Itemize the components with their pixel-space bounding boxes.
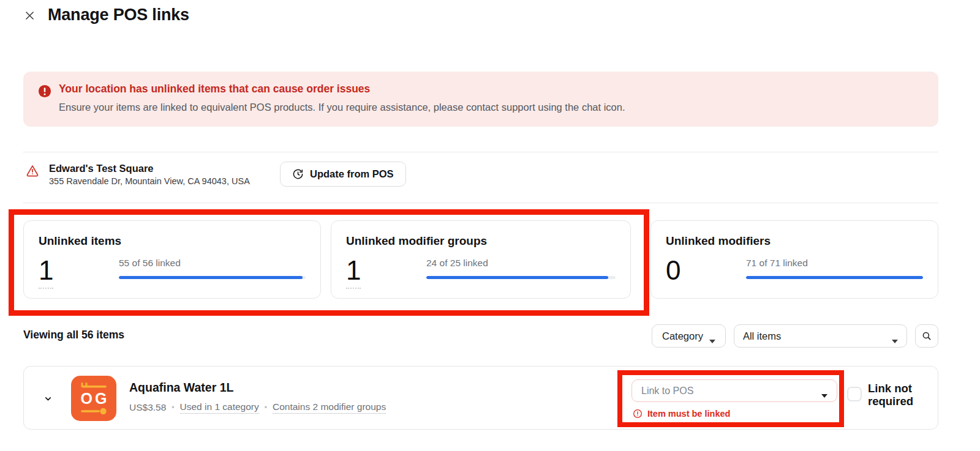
divider xyxy=(23,203,938,203)
link-to-pos-placeholder: Link to POS xyxy=(641,386,693,397)
chevron-down-icon xyxy=(43,394,53,403)
alert-description: Ensure your items are linked to equivale… xyxy=(59,102,625,113)
update-from-pos-button[interactable]: Update from POS xyxy=(280,162,406,187)
page-title: Manage POS links xyxy=(48,6,189,24)
stat-card-unlinked-modifiers: Unlinked modifiers 0 71 of 71 linked xyxy=(650,220,938,299)
update-from-pos-label: Update from POS xyxy=(310,168,394,180)
error-message: Item must be linked xyxy=(647,409,730,419)
item-price: US$3.58 xyxy=(129,402,166,413)
toolbar-filters: Category All items xyxy=(652,324,938,348)
refresh-clock-icon xyxy=(292,168,304,180)
manage-pos-links-page: Manage POS links Your location has unlin… xyxy=(0,0,980,451)
stat-card-unlinked-items: Unlinked items 1 55 of 56 linked xyxy=(23,220,321,299)
progress-label: 55 of 56 linked xyxy=(119,258,306,269)
meta-separator: • xyxy=(172,403,174,412)
stat-card-title: Unlinked modifier groups xyxy=(346,234,616,248)
viewing-items-label: Viewing all 56 items xyxy=(23,329,124,341)
location-name: Edward's Test Square xyxy=(49,163,154,174)
stat-card-title: Unlinked modifiers xyxy=(666,234,923,248)
alert-banner: Your location has unlinked items that ca… xyxy=(23,72,938,127)
progress-label: 24 of 25 linked xyxy=(426,258,616,269)
search-icon xyxy=(921,330,932,341)
stat-count: 0 xyxy=(666,256,746,285)
error-circle-icon xyxy=(38,84,51,98)
item-meta: US$3.58 • Used in 1 category • Contains … xyxy=(129,401,386,414)
chevron-down-icon xyxy=(821,389,827,393)
link-not-required-checkbox[interactable] xyxy=(847,387,862,401)
category-filter-button[interactable]: Category xyxy=(652,324,726,348)
item-row: OG Aquafina Water 1L US$3.58 • Used in 1… xyxy=(23,366,938,430)
stat-count: 1 xyxy=(39,256,119,289)
fork-icon xyxy=(80,382,108,390)
expand-row-button[interactable] xyxy=(40,390,56,406)
close-icon xyxy=(24,10,36,23)
stat-card-title: Unlinked items xyxy=(39,234,306,248)
progress-bar xyxy=(119,276,306,279)
warning-triangle-icon xyxy=(26,164,39,177)
alert-title: Your location has unlinked items that ca… xyxy=(59,83,370,95)
chevron-down-icon xyxy=(709,334,715,338)
location-address: 355 Ravendale Dr, Mountain View, CA 9404… xyxy=(49,176,250,186)
item-link-error: Item must be linked xyxy=(633,409,730,419)
stat-count: 1 xyxy=(346,256,426,289)
progress-bar xyxy=(426,276,616,279)
spoon-icon xyxy=(80,408,108,415)
progress-label: 71 of 71 linked xyxy=(746,258,923,269)
items-filter-select[interactable]: All items xyxy=(734,324,907,348)
link-not-required-label: Link not required xyxy=(868,382,932,408)
link-to-pos-select[interactable]: Link to POS xyxy=(631,379,837,402)
meta-separator: • xyxy=(265,403,267,412)
search-button[interactable] xyxy=(915,324,938,348)
modifier-groups-link[interactable]: Contains 2 modifier groups xyxy=(273,401,386,414)
item-image: OG xyxy=(71,376,116,421)
stat-card-unlinked-modifier-groups: Unlinked modifier groups 1 24 of 25 link… xyxy=(331,220,631,299)
divider xyxy=(23,152,938,152)
chevron-down-icon xyxy=(892,334,898,338)
close-button[interactable] xyxy=(21,8,38,25)
used-in-category-link[interactable]: Used in 1 category xyxy=(180,401,259,414)
items-filter-value: All items xyxy=(743,330,781,342)
item-logo-text: OG xyxy=(81,391,110,406)
progress-bar xyxy=(746,276,923,279)
item-name: Aquafina Water 1L xyxy=(129,381,233,395)
category-filter-label: Category xyxy=(662,330,703,342)
error-outline-icon xyxy=(633,409,643,419)
